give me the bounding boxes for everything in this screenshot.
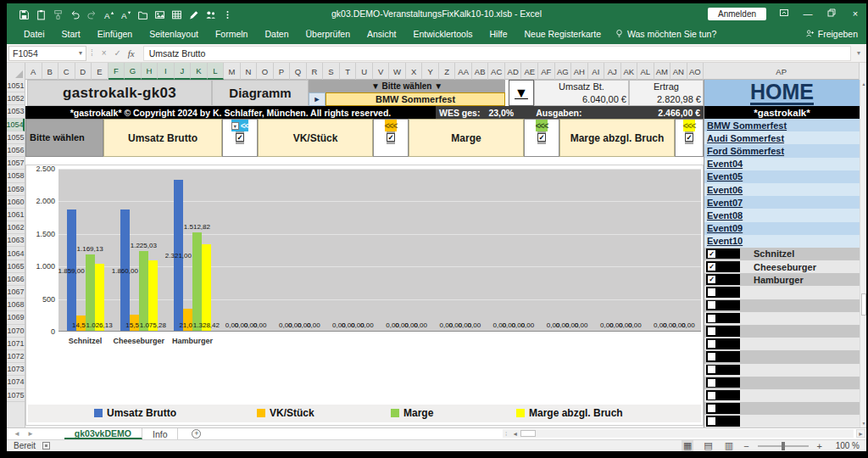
col-header-T[interactable]: T xyxy=(340,63,357,80)
horizontal-scroll-thumb[interactable] xyxy=(520,430,536,437)
bar-marge-abzgl-bruch[interactable] xyxy=(202,244,211,331)
product-checkbox[interactable] xyxy=(708,327,715,335)
series-arrows[interactable]: ▾<< xyxy=(231,120,249,131)
ribbon-tab-hilfe[interactable]: Hilfe xyxy=(481,25,516,42)
cancel-icon[interactable]: × xyxy=(97,48,111,58)
row-header-1073[interactable]: 1073 xyxy=(7,363,25,376)
col-header-R[interactable]: R xyxy=(307,63,324,80)
event-link[interactable]: Event07 xyxy=(704,196,860,209)
select-all-corner[interactable] xyxy=(7,63,25,80)
col-header-L[interactable]: L xyxy=(208,63,225,80)
product-checkbox[interactable] xyxy=(708,288,715,296)
col-header-Q[interactable]: Q xyxy=(290,63,307,80)
add-sheet-button[interactable]: + xyxy=(192,429,201,438)
col-header-AO[interactable]: AO xyxy=(687,63,704,80)
vertical-scrollbar[interactable]: ▲ ▼ xyxy=(860,80,866,427)
series-checkbox[interactable]: ✓ xyxy=(685,133,693,142)
ribbon-tab-formeln[interactable]: Formeln xyxy=(207,25,257,42)
font-decrease-icon[interactable]: A xyxy=(120,8,131,20)
series-button-1[interactable]: Umsatz Brutto xyxy=(103,119,222,157)
contacts-icon[interactable] xyxy=(205,8,216,20)
product-checkbox[interactable] xyxy=(708,379,715,387)
ribbon-tab-überprüfen[interactable]: Überprüfen xyxy=(298,25,359,42)
home-link[interactable]: HOME xyxy=(704,80,860,106)
formula-input[interactable]: Umsatz Brutto xyxy=(143,46,851,61)
product-checkbox-box[interactable] xyxy=(706,326,740,337)
series-arrows[interactable]: <<< xyxy=(385,120,398,131)
bar-marge[interactable] xyxy=(192,232,202,331)
zoom-level[interactable]: 100 % xyxy=(831,441,860,450)
col-header-I[interactable]: I xyxy=(158,63,175,80)
col-header-N[interactable]: N xyxy=(241,63,258,80)
product-checkbox-box[interactable]: ✓ xyxy=(706,274,740,285)
legend-item[interactable]: Marge xyxy=(391,407,433,419)
close-button[interactable]: × xyxy=(849,8,861,20)
event-picker-value[interactable]: BMW Sommerfest xyxy=(326,92,505,106)
undo-icon[interactable] xyxy=(70,8,81,20)
open-folder-icon[interactable] xyxy=(137,8,148,20)
product-checkbox-box[interactable] xyxy=(706,403,740,414)
ribbon-tab-entwicklertools[interactable]: Entwicklertools xyxy=(404,25,481,42)
product-checkbox[interactable] xyxy=(708,392,715,399)
row-header-1056[interactable]: 1056 xyxy=(7,144,25,157)
series-accent-4[interactable]: <<<✓ xyxy=(675,119,704,157)
product-checkbox-box[interactable]: ✓ xyxy=(706,261,740,272)
macro-record-icon[interactable] xyxy=(42,442,50,450)
page-layout-view-icon[interactable]: ▤ xyxy=(702,440,714,451)
insert-function-icon[interactable]: fx xyxy=(125,48,138,59)
row-header-1071[interactable]: 1071 xyxy=(7,338,25,350)
product-checkbox[interactable] xyxy=(708,301,715,309)
bitte-waehlen-button[interactable]: Bitte wählen xyxy=(25,119,103,157)
ribbon-tab-neue-registerkarte[interactable]: Neue Registerkarte xyxy=(516,25,609,42)
series-arrows[interactable]: <<< xyxy=(683,120,696,131)
product-checkbox[interactable] xyxy=(708,366,715,373)
normal-view-icon[interactable]: ▦ xyxy=(682,440,693,451)
save-icon[interactable] xyxy=(19,8,30,20)
font-increase-icon[interactable]: A xyxy=(103,8,114,20)
col-header-K[interactable]: K xyxy=(191,63,208,80)
sheet-tab-info[interactable]: Info xyxy=(142,428,179,439)
col-header-AB[interactable]: AB xyxy=(472,63,489,80)
col-header-D[interactable]: D xyxy=(75,63,92,80)
col-header-O[interactable]: O xyxy=(257,63,274,80)
product-checkbox-box[interactable] xyxy=(706,351,740,362)
ribbon-tab-ansicht[interactable]: Ansicht xyxy=(359,25,404,42)
name-box-dropdown-icon[interactable]: ▾ xyxy=(79,49,82,57)
product-checkbox[interactable] xyxy=(708,405,715,412)
col-header-B[interactable]: B xyxy=(42,63,59,80)
qat-more-icon[interactable] xyxy=(222,8,233,20)
row-header-1069[interactable]: 1069 xyxy=(7,311,25,324)
col-header-AK[interactable]: AK xyxy=(621,63,638,80)
col-header-H[interactable]: H xyxy=(142,63,159,80)
name-box[interactable]: F1054 ▾ xyxy=(8,46,86,61)
bar-marge[interactable] xyxy=(86,254,95,331)
row-header-1065[interactable]: 1065 xyxy=(7,260,25,273)
product-checkbox-box[interactable] xyxy=(706,365,740,376)
row-header-1070[interactable]: 1070 xyxy=(7,325,25,338)
col-header-AP[interactable]: AP xyxy=(704,63,860,80)
event-link[interactable]: Event08 xyxy=(704,209,860,221)
format-painter-icon[interactable] xyxy=(53,8,64,20)
col-header-AE[interactable]: AE xyxy=(521,63,538,80)
row-header-1066[interactable]: 1066 xyxy=(7,273,25,286)
row-header-1061[interactable]: 1061 xyxy=(7,209,25,221)
product-checkbox-box[interactable] xyxy=(706,338,740,349)
scrollbar-grip[interactable]: ⁞ xyxy=(503,430,509,438)
row-header-1052[interactable]: 1052 xyxy=(7,92,25,105)
sheet-nav-right-icon[interactable]: ► xyxy=(27,430,34,438)
row-header-1057[interactable]: 1057 xyxy=(7,157,25,170)
formula-bar-expand-icon[interactable]: ▾ xyxy=(851,49,866,57)
col-header-AG[interactable]: AG xyxy=(555,63,572,80)
product-checkbox-box[interactable] xyxy=(706,313,740,324)
col-header-S[interactable]: S xyxy=(323,63,340,80)
bar-marge-abzgl-bruch[interactable] xyxy=(148,260,158,331)
product-checkbox-box[interactable] xyxy=(706,416,740,427)
row-header-1074[interactable]: 1074 xyxy=(7,376,25,388)
series-button-3[interactable]: Marge xyxy=(409,119,524,157)
ribbon-tab-seitenlayout[interactable]: Seitenlayout xyxy=(141,25,207,42)
row-header-1059[interactable]: 1059 xyxy=(7,183,25,196)
enter-icon[interactable]: ✓ xyxy=(111,48,125,58)
product-checkbox-box[interactable] xyxy=(706,287,740,298)
scroll-left-icon[interactable]: ◄ xyxy=(509,431,520,437)
col-header-AJ[interactable]: AJ xyxy=(604,63,621,80)
